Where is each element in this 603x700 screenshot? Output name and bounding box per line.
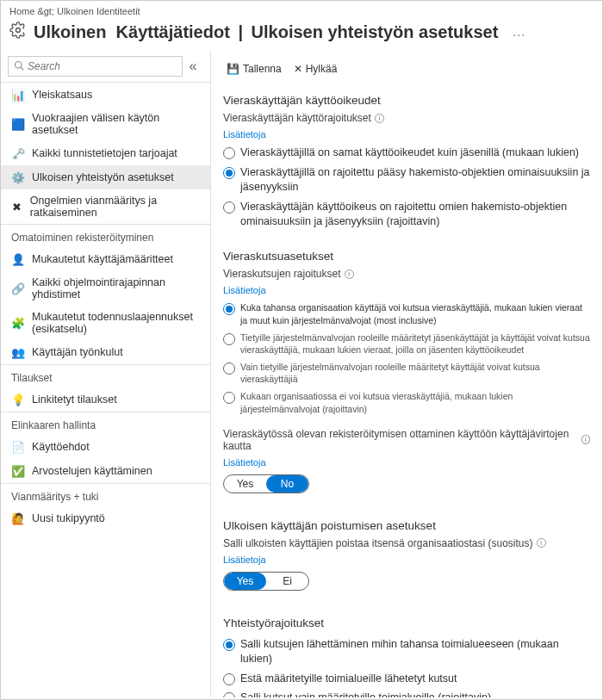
page-title: Ulkoinen Käyttäjätiedot | Ulkoisen yhtei… [34, 22, 498, 42]
breadcrumb-home[interactable]: Home &gt; [9, 6, 54, 16]
guest-opt-3[interactable]: Vieraskäyttäjän käyttöoikeus on rajoitet… [223, 197, 590, 232]
collapse-sidebar-button[interactable]: « [183, 59, 203, 74]
signup-learn-link[interactable]: Lisätietoja [223, 457, 266, 468]
search-box[interactable] [8, 56, 183, 77]
more-icon[interactable]: … [512, 24, 525, 40]
toggle-no[interactable]: No [266, 475, 308, 492]
toggle-yes[interactable]: Yes [224, 475, 266, 492]
close-icon: ✖ [11, 200, 23, 214]
invite-sub: Vieraskutsujen rajoitukseti [223, 268, 590, 280]
leave-heading: Ulkoisen käyttäjän poistumisen asetukset [223, 519, 590, 532]
discard-button[interactable]: ✕Hylkää [290, 61, 341, 77]
guest-access-sub: Vieraskäyttäjän käyttörajoitukseti [223, 112, 590, 124]
key-icon: 🗝️ [11, 146, 25, 160]
leave-sub: Salli ulkoisten käyttäjien poistaa itsen… [223, 537, 590, 549]
breadcrumb: Home &gt; Ulkoinen Identiteetit [1, 1, 602, 18]
info-icon[interactable]: i [375, 114, 384, 123]
sidebar-item-terms[interactable]: 📄Käyttöehdot [1, 435, 210, 459]
sidebar-item-auth-ext[interactable]: 🧩Mukautetut todennuslaajennukset (esikat… [1, 306, 210, 340]
info-icon[interactable]: i [537, 538, 546, 548]
discard-icon: ✕ [294, 63, 302, 75]
page-title-row: Ulkoinen Käyttäjätiedot | Ulkoisen yhtei… [1, 18, 602, 51]
invite-opt-2[interactable]: Tietyille järjestelmänvalvojan rooleille… [223, 329, 590, 358]
svg-line-2 [21, 67, 23, 70]
guest-opt-2[interactable]: Vieraskäyttäjillä on rajoitettu pääsy ha… [223, 163, 590, 197]
leave-learn-link[interactable]: Lisätietoja [223, 554, 266, 565]
sidebar: « 📊Yleiskatsaus 🟦Vuokraajien välisen käy… [1, 51, 211, 697]
check-icon: ✅ [11, 464, 25, 478]
sidebar-item-cross-tenant[interactable]: 🟦Vuokraajien välisen käytön asetukset [1, 107, 210, 141]
toggle-no[interactable]: Ei [266, 573, 308, 590]
gear-icon [9, 22, 27, 42]
doc-icon: 📄 [11, 440, 25, 454]
collab-opt-3[interactable]: Salli kutsut vain määritetyille toimialu… [223, 688, 590, 697]
sidebar-item-diagnose[interactable]: ✖Ongelmien vianmääritys ja ratkaiseminen [1, 189, 210, 224]
collab-heading: Yhteistyörajoitukset [223, 616, 590, 629]
search-input[interactable] [28, 60, 177, 72]
sidebar-item-user-flows[interactable]: 👥Käyttäjän työnkulut [1, 340, 210, 364]
flow-icon: 👥 [11, 345, 25, 359]
collab-opt-1[interactable]: Salli kutsujen lähettäminen mihin tahans… [223, 635, 590, 669]
signup-heading: Vieraskäytössä olevan rekisteröitymisen … [223, 428, 590, 452]
leave-toggle[interactable]: Yes Ei [223, 572, 309, 591]
search-icon [14, 59, 28, 74]
extension-icon: 🧩 [11, 316, 25, 330]
svg-point-0 [16, 28, 21, 33]
connector-icon: 🔗 [11, 282, 25, 295]
sidebar-group-selfservice: Omatoiminen rekisteröityminen [1, 224, 210, 247]
info-icon[interactable]: i [581, 435, 590, 444]
sidebar-item-access-reviews[interactable]: ✅Arvostelujen käyttäminen [1, 459, 210, 483]
toolbar: 💾Tallenna ✕Hylkää [223, 58, 590, 85]
sidebar-item-linked-subs[interactable]: 💡Linkitetyt tilaukset [1, 387, 210, 412]
svg-point-1 [16, 62, 22, 69]
sidebar-item-identity-providers[interactable]: 🗝️Kaikki tunnistetietojen tarjoajat [1, 141, 210, 165]
support-icon: 🙋 [11, 511, 25, 525]
tenant-icon: 🟦 [11, 117, 25, 131]
overview-icon: 📊 [11, 88, 25, 102]
guest-access-heading: Vieraskäyttäjän käyttöoikeudet [223, 94, 590, 107]
gear-small-icon: ⚙️ [11, 170, 25, 184]
bulb-icon: 💡 [11, 393, 25, 406]
invite-heading: Vieraskutsuasetukset [223, 250, 590, 263]
sidebar-item-support[interactable]: 🙋Uusi tukipyyntö [1, 506, 210, 530]
info-icon[interactable]: i [345, 269, 354, 279]
main-content: 💾Tallenna ✕Hylkää Vieraskäyttäjän käyttö… [211, 51, 602, 697]
sidebar-group-subscriptions: Tilaukset [1, 364, 210, 387]
guest-access-learn-link[interactable]: Lisätietoja [223, 129, 266, 139]
collab-opt-2[interactable]: Estä määritetyille toimialueille lähetet… [223, 669, 590, 689]
invite-opt-4[interactable]: Kukaan organisaatiossa ei voi kutsua vie… [223, 387, 590, 417]
sidebar-group-support: Vianmääritys + tuki [1, 483, 210, 506]
sidebar-item-custom-attrs[interactable]: 👤Mukautetut käyttäjämääritteet [1, 247, 210, 271]
toggle-yes[interactable]: Yes [224, 573, 266, 590]
guest-opt-1[interactable]: Vieraskäyttäjillä on samat käyttöoikeude… [223, 143, 590, 163]
user-icon: 👤 [11, 252, 25, 266]
invite-learn-link[interactable]: Lisätietoja [223, 285, 266, 295]
sidebar-group-lifecycle: Elinkaaren hallinta [1, 412, 210, 435]
signup-toggle[interactable]: Yes No [223, 474, 309, 493]
sidebar-item-api-connectors[interactable]: 🔗Kaikki ohjelmointirajapinnan yhdistimet [1, 271, 210, 306]
invite-opt-1[interactable]: Kuka tahansa organisaation käyttäjä voi … [223, 299, 590, 328]
save-icon: 💾 [227, 63, 239, 75]
sidebar-item-external-collab[interactable]: ⚙️Ulkoisen yhteistyön asetukset [1, 165, 210, 189]
sidebar-item-overview[interactable]: 📊Yleiskatsaus [1, 83, 210, 107]
breadcrumb-current: Ulkoinen Identiteetit [57, 6, 140, 16]
invite-opt-3[interactable]: Vain tietyille järjestelmänvalvojan rool… [223, 358, 590, 387]
save-button[interactable]: 💾Tallenna [223, 61, 285, 77]
